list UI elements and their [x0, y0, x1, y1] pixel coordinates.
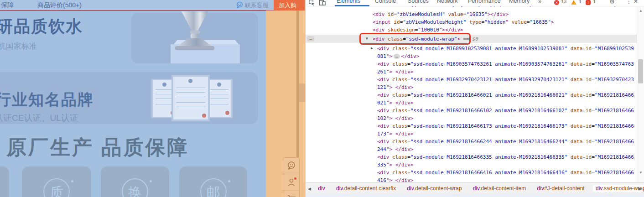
quality-heading: 原厂生产 品质保障: [6, 134, 189, 161]
more-tabs-icon[interactable]: »: [538, 0, 541, 5]
code-line[interactable]: <div class="ssd-module M16921816466021 a…: [377, 92, 634, 99]
kebab-menu-icon[interactable]: ⋮: [626, 0, 632, 5]
expand-arrow-icon[interactable]: ▶: [371, 46, 373, 50]
devtools-panel: <div cssurl="//sku-market-gw.jd.com/css/…: [306, 0, 644, 197]
error-badge-icon[interactable]: ✕: [554, 0, 559, 5]
code-line[interactable]: 173"> </div>: [377, 130, 414, 138]
screenshot-root: 保障 商品评价(500+) 联系客服 加入购 研品质饮水: [0, 0, 644, 197]
code-line[interactable]: <div class="ssd-module M16921816466173 a…: [377, 123, 634, 130]
devtools-scrollbar[interactable]: ▲ ▼: [637, 6, 644, 182]
inspect-margin-overlay: [266, 10, 305, 197]
feature-card-exchange: 换: [101, 166, 169, 197]
tab-performance[interactable]: Performance: [468, 0, 501, 4]
breadcrumb-item[interactable]: div#J-detail-content: [535, 185, 587, 192]
product-page: 保障 商品评价(500+) 联系客服 加入购 研品质饮水: [0, 0, 305, 197]
tab-sources[interactable]: Sources: [408, 0, 429, 4]
header-divider: [0, 10, 275, 11]
float-cart-button[interactable]: [283, 191, 300, 197]
certificate-right: [206, 79, 233, 118]
contact-service-link[interactable]: 联系客服: [236, 1, 269, 10]
add-to-cart-button[interactable]: 加入购: [274, 0, 305, 10]
code-line[interactable]: <div class="ssd-module M16921816466335 a…: [377, 154, 634, 161]
code-line[interactable]: <div class="ssd-module M16921816466102 a…: [377, 107, 634, 115]
tab-memory[interactable]: Memory: [509, 0, 530, 4]
code-line[interactable]: 081">…</div>: [377, 53, 419, 61]
tab-console[interactable]: Console: [375, 0, 396, 4]
code-line[interactable]: 416"> </div>: [377, 177, 414, 182]
active-tab-underline: [335, 5, 369, 6]
warning-count[interactable]: 1: [579, 0, 582, 4]
scrollbar-thumb[interactable]: [638, 59, 643, 83]
feature-card-quality: 质: [22, 166, 91, 197]
cart-icon: [287, 194, 296, 197]
code-line[interactable]: 102"> </div>: [377, 115, 414, 123]
code-line[interactable]: <div class="ssd-module M16921816466416 a…: [377, 169, 634, 177]
code-line[interactable]: 335"> </div>: [377, 161, 414, 169]
elements-tree: <div cssurl="//sku-market-gw.jd.com/css/…: [306, 0, 637, 182]
crumb-scroll-left-icon[interactable]: ◀: [308, 187, 311, 191]
red-annotation-box: [359, 33, 471, 45]
settings-gear-icon[interactable]: ⚙: [609, 0, 615, 5]
feature-char: 邮: [207, 185, 220, 197]
issue-badge-icon[interactable]: !: [586, 0, 591, 5]
issue-count[interactable]: 1: [593, 0, 596, 4]
tab-reviews[interactable]: 商品评价(500+): [37, 1, 82, 10]
device-toolbar-icon[interactable]: [319, 0, 326, 8]
floating-side-toolbar: [283, 157, 300, 197]
notification-dot: [294, 177, 296, 180]
tab-guarantee[interactable]: 保障: [1, 1, 14, 10]
scroll-down-icon[interactable]: ▼: [637, 171, 644, 175]
code-line[interactable]: <div class="ssd-module M16932970423121 a…: [377, 76, 634, 84]
code-line[interactable]: 261"> </div>: [377, 68, 414, 76]
code-line[interactable]: 121"> </div>: [377, 84, 414, 92]
code-line[interactable]: <div class="ssd-module M16903574763261 a…: [377, 61, 634, 68]
code-line[interactable]: <div id="zbViewModulesH" value="16635"><…: [373, 11, 509, 19]
crumb-scroll-right-icon[interactable]: ▶: [639, 187, 642, 191]
chat-smiley-icon: [287, 161, 296, 170]
code-line[interactable]: 244"> </div>: [377, 146, 414, 154]
code-line[interactable]: 021"> </div>: [377, 99, 414, 107]
feature-card-shipping: 邮: [179, 166, 247, 197]
feature-card-partial: [0, 166, 9, 197]
code-line[interactable]: <input id="zbViewModulesHeight" type="hi…: [373, 19, 554, 26]
feature-char: 质: [50, 185, 63, 197]
close-devtools-icon[interactable]: ✕: [634, 0, 638, 5]
brand-title: 行业知名品牌: [0, 89, 94, 110]
tab-elements[interactable]: Elements: [337, 0, 360, 4]
gutter-more-icon[interactable]: …: [307, 36, 314, 41]
scroll-up-icon[interactable]: ▲: [637, 9, 644, 13]
breadcrumb-item[interactable]: div.detail-content-item: [470, 185, 529, 192]
trophy-base-slab: [175, 46, 214, 50]
product-tab-bar: 保障 商品评价(500+) 联系客服 加入购: [0, 0, 305, 10]
certificate-center: [171, 75, 210, 121]
brand-subtitle: 认证CE认证、UL认证: [0, 112, 78, 124]
float-chat-button[interactable]: [283, 157, 300, 174]
breadcrumb-item[interactable]: div: [315, 185, 327, 192]
breadcrumb-bar: ◀ div div.detail-content.clearfix div.de…: [306, 182, 644, 194]
devtools-toolbar: Elements Console Sources Network Perform…: [306, 0, 644, 6]
window-bottom-edge: [306, 194, 644, 197]
breadcrumb-item-selected[interactable]: div.ssd-module-wrap: [593, 185, 644, 192]
tab-network[interactable]: Network: [437, 0, 458, 4]
error-count[interactable]: 13: [561, 0, 566, 4]
breadcrumb-item[interactable]: div.detail-content.clearfix: [333, 185, 399, 192]
chat-smiley-icon: [236, 1, 243, 8]
page-scrollbar-thumb[interactable]: [299, 83, 305, 102]
warning-badge-icon[interactable]: [571, 0, 576, 5]
hero-title: 研品质饮水: [0, 16, 83, 38]
trophy-knob: [191, 33, 199, 39]
inspect-element-icon[interactable]: [308, 0, 315, 8]
code-line[interactable]: <div class="ssd-module M16921816466244 a…: [377, 138, 634, 146]
hero-subtitle: 机国家标准: [0, 41, 37, 52]
contact-service-label: 联系客服: [245, 2, 269, 9]
float-account-button[interactable]: [283, 174, 300, 191]
breadcrumb-item[interactable]: div.detail-content-wrap: [405, 185, 465, 192]
warning-mark: !: [573, 0, 574, 4]
feature-char: 换: [128, 185, 142, 197]
code-line[interactable]: <div class="ssd-module M16899102539081 a…: [377, 45, 634, 53]
